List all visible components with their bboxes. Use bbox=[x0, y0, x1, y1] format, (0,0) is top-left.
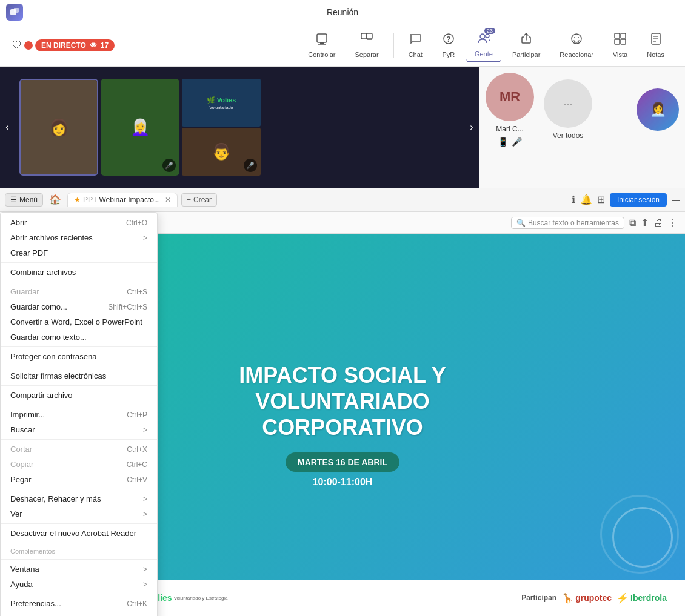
sign-in-button[interactable]: Iniciar sesión bbox=[610, 193, 667, 207]
menu-item-label: Pegar bbox=[10, 475, 32, 484]
main-presenter-avatar: 👩‍💼 bbox=[637, 88, 679, 131]
menu-item-compartir[interactable]: Compartir archivo bbox=[1, 388, 157, 403]
camera-icon: 📱 bbox=[498, 137, 508, 147]
copy-icon[interactable]: ⧉ bbox=[629, 217, 636, 228]
menu-item-label: Cortar bbox=[10, 445, 32, 454]
menu-item-guardar: GuardarCtrl+S bbox=[1, 284, 157, 299]
menu-item-solicitar-firmas[interactable]: Solicitar firmas electrónicas bbox=[1, 368, 157, 383]
svg-rect-17 bbox=[615, 39, 620, 44]
toolbar-item-gente[interactable]: 23 Gente bbox=[466, 28, 501, 62]
vista-label: Vista bbox=[613, 51, 627, 58]
menu-item-abrir-recientes[interactable]: Abrir archivos recientes> bbox=[1, 230, 157, 245]
toolbar-item-reaccionar[interactable]: Reaccionar bbox=[551, 28, 602, 62]
menu-button[interactable]: ☰ Menú bbox=[5, 193, 43, 207]
person-1-icons: 📱 🎤 bbox=[498, 137, 522, 147]
gente-label: Gente bbox=[475, 50, 493, 58]
menu-item-proteccion[interactable]: Protección> bbox=[1, 611, 157, 616]
participar-label: Participar bbox=[512, 51, 540, 58]
menu-item-convertir[interactable]: Convertir a Word, Excel o PowerPoint bbox=[1, 314, 157, 330]
menu-item-abrir[interactable]: AbrirCtrl+O bbox=[1, 215, 157, 230]
menu-shortcut: Ctrl+V bbox=[127, 475, 147, 484]
home-button[interactable]: 🏠 bbox=[47, 191, 64, 208]
menu-item-label: Compartir archivo bbox=[10, 391, 73, 400]
menu-item-proteger[interactable]: Proteger con contraseña bbox=[1, 349, 157, 364]
menu-item-ayuda[interactable]: Ayuda> bbox=[1, 577, 157, 592]
menu-item-label: Deshacer, Rehacer y más bbox=[10, 494, 101, 503]
menu-shortcut: Ctrl+P bbox=[127, 411, 147, 419]
svg-point-13 bbox=[574, 37, 575, 38]
plus-icon: + bbox=[187, 196, 191, 204]
ver-todos-btn[interactable]: Ver todos bbox=[553, 131, 584, 140]
toolbar-item-pyr[interactable]: ? PyR bbox=[433, 28, 464, 62]
notas-icon bbox=[649, 32, 663, 48]
toolbar-item-notas[interactable]: Notas bbox=[638, 28, 673, 62]
circle-deco-2 bbox=[600, 495, 679, 574]
hamburger-icon: ☰ bbox=[10, 196, 17, 204]
pyr-label: PyR bbox=[443, 51, 455, 58]
chat-icon bbox=[409, 32, 422, 48]
menu-item-combinar[interactable]: Combinar archivos bbox=[1, 265, 157, 280]
menu-divider bbox=[1, 594, 157, 594]
video-strip: 👩 👩‍🦳 🎤 🌿 Volies Voluntariado 👨 🎤 bbox=[15, 74, 464, 180]
bell-icon[interactable]: 🔔 bbox=[580, 194, 592, 205]
menu-item-imprimir[interactable]: Imprimir...Ctrl+P bbox=[1, 407, 157, 422]
video-thumb-2: 👩‍🦳 🎤 bbox=[101, 79, 179, 176]
toolbar-item-participar[interactable]: Participar bbox=[504, 28, 549, 62]
svg-rect-16 bbox=[621, 33, 626, 38]
menu-divider bbox=[1, 262, 157, 263]
menu-divider bbox=[1, 489, 157, 489]
toolbar-item-vista[interactable]: Vista bbox=[604, 28, 636, 62]
gente-icon: 23 bbox=[477, 31, 490, 48]
dropdown-menu: AbrirCtrl+OAbrir archivos recientes>Crea… bbox=[0, 212, 158, 616]
toolbar-item-separar[interactable]: Separar bbox=[347, 28, 387, 62]
menu-section-label: Complementos bbox=[1, 545, 157, 557]
info-icon[interactable]: ℹ bbox=[572, 194, 575, 205]
menu-shortcut: Ctrl+S bbox=[127, 288, 147, 296]
svg-rect-18 bbox=[621, 39, 626, 44]
toolbar-item-controlar[interactable]: Controlar bbox=[299, 28, 344, 62]
notas-label: Notas bbox=[647, 51, 664, 58]
menu-item-label: Proteger con contraseña bbox=[10, 352, 96, 361]
menu-item-ver[interactable]: Ver> bbox=[1, 506, 157, 522]
pdf-time: 10:00-11:00H bbox=[313, 477, 373, 488]
people-panel-inner: MR Mari C... 📱 🎤 ··· Ver todos 👩‍💼 bbox=[486, 73, 679, 147]
menu-item-label: Combinar archivos bbox=[10, 268, 76, 277]
menu-item-crear-pdf[interactable]: Crear PDF bbox=[1, 245, 157, 260]
menu-arrow-icon: > bbox=[143, 495, 147, 503]
menu-item-guardar-texto[interactable]: Guardar como texto... bbox=[1, 330, 157, 345]
menu-item-label: Desactivar el nuevo Acrobat Reader bbox=[10, 529, 136, 538]
collapse-icon[interactable]: — bbox=[672, 195, 680, 205]
participar-icon bbox=[520, 32, 533, 48]
menu-item-desactivar[interactable]: Desactivar el nuevo Acrobat Reader bbox=[1, 526, 157, 541]
person-1-block: MR Mari C... 📱 🎤 bbox=[486, 73, 534, 147]
menu-item-guardar-como[interactable]: Guardar como...Shift+Ctrl+S bbox=[1, 299, 157, 314]
vista-icon bbox=[613, 32, 627, 48]
viewer-count: 17 bbox=[101, 41, 109, 50]
live-badge: EN DIRECTO 👁 17 bbox=[35, 39, 115, 51]
menu-item-pegar[interactable]: PegarCtrl+V bbox=[1, 472, 157, 487]
grid-icon[interactable]: ⊞ bbox=[597, 194, 605, 205]
new-tab-button[interactable]: + Crear bbox=[181, 193, 217, 207]
search-box[interactable]: 🔍 Buscar texto o herramientas bbox=[511, 217, 624, 229]
toolbar-item-chat[interactable]: Chat bbox=[400, 28, 431, 62]
toolbar-left-section: 🛡 EN DIRECTO 👁 17 bbox=[12, 39, 115, 51]
pyr-icon: ? bbox=[442, 32, 455, 48]
svg-point-10 bbox=[480, 34, 485, 39]
browser-tab[interactable]: ★ PPT Webinar Impacto... ✕ bbox=[67, 193, 178, 207]
upload-icon[interactable]: ⬆ bbox=[641, 217, 649, 228]
menu-item-buscar[interactable]: Buscar> bbox=[1, 422, 157, 437]
menu-divider bbox=[1, 385, 157, 386]
next-arrow[interactable]: › bbox=[464, 120, 479, 134]
print-icon[interactable]: 🖨 bbox=[653, 217, 663, 228]
iberdrola-logo: ⚡ Iberdrola bbox=[616, 592, 667, 604]
reaccionar-label: Reaccionar bbox=[560, 51, 593, 58]
menu-item-ventana[interactable]: Ventana> bbox=[1, 561, 157, 577]
more-icon[interactable]: ⋮ bbox=[668, 217, 678, 228]
video-thumb-split: 🌿 Volies Voluntariado 👨 🎤 bbox=[182, 79, 261, 176]
menu-item-preferencias[interactable]: Preferencias...Ctrl+K bbox=[1, 596, 157, 611]
tab-close-icon[interactable]: ✕ bbox=[165, 196, 171, 204]
search-icon: 🔍 bbox=[516, 219, 526, 227]
prev-arrow[interactable]: ‹ bbox=[0, 120, 15, 134]
grupotec-logo: 🦒 grupotec bbox=[561, 592, 612, 604]
menu-item-deshacer[interactable]: Deshacer, Rehacer y más> bbox=[1, 491, 157, 506]
